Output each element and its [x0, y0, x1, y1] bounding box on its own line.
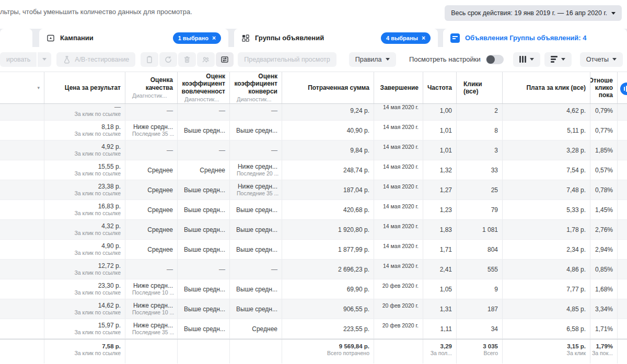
table-row[interactable]: 16,83 р. За клик по ссылке Среднее Выше … [0, 200, 627, 220]
header-name-column[interactable]: ▾ [0, 72, 44, 103]
quality-value: Среднее [147, 167, 173, 174]
campaigns-selected-count: 1 выбрано [178, 35, 208, 41]
table-row[interactable]: 4,90 р. За клик по ссылке Среднее Выше с… [0, 240, 627, 260]
breakdown-button[interactable] [544, 52, 572, 67]
quality-value: — [167, 147, 173, 154]
end-date-value: 20 фев 2020 г. [382, 302, 419, 309]
frequency-value: 1,32 [440, 167, 452, 174]
badge-close-icon[interactable]: × [212, 34, 216, 42]
quality-subtext: Последние 10 ... [132, 309, 174, 316]
tab-account-partial[interactable] [0, 29, 32, 47]
frequency-cell: 1,23 [423, 200, 457, 219]
preview-button[interactable]: Предварительный просмотр [238, 52, 336, 67]
conversion-value: Ниже средн... [238, 183, 277, 190]
tab-campaigns[interactable]: Кампании 1 выбрано × [39, 29, 228, 47]
spent-value: 69,90 р. [347, 286, 369, 293]
table-row[interactable]: 4,32 р. За клик по ссылке Среднее Выше с… [0, 220, 627, 240]
chevron-down-icon [386, 58, 390, 61]
export-button[interactable] [216, 52, 234, 67]
edit-dropdown-button[interactable] [38, 52, 51, 67]
header-frequency[interactable]: Частота [423, 72, 457, 103]
edit-button[interactable]: ировать [0, 52, 37, 67]
header-cost-per-result[interactable]: Цена за результат [44, 72, 125, 103]
table-row[interactable]: 15,97 р. За клик по ссылке Ниже средн...… [0, 319, 627, 339]
header-conversion-ranking[interactable]: Оценк коэффициент конверси Диагностик... [230, 72, 282, 103]
table-row[interactable]: 8,18 р. За клик по ссылке Ниже средн... … [0, 121, 627, 140]
trash-icon [183, 55, 191, 64]
ctr-value: 3,34% [595, 306, 613, 313]
row-name-cell [0, 319, 44, 338]
cost-value: 8,18 р. [101, 123, 121, 131]
tab-ads-active[interactable]: Объявления Группы объявлений: 4 [443, 29, 627, 47]
cost-per-result-cell: 4,92 р. За клик по ссылке [44, 140, 125, 160]
badge-close-icon[interactable]: × [422, 34, 425, 42]
engagement-value: — [219, 107, 225, 114]
ctr-cell: 1,71% [590, 319, 618, 338]
header-amount-spent[interactable]: Потраченная сумма [282, 72, 374, 103]
conversion-value: Выше средн... [236, 206, 277, 214]
sort-caret-icon[interactable]: ▾ [37, 85, 40, 91]
cpc-cell: 7,77 р. [503, 279, 590, 299]
view-settings-label: Посмотреть настройки [409, 55, 481, 63]
audience-button[interactable] [197, 52, 215, 67]
tab-adsets[interactable]: Группы объявлений 4 выбраны × [234, 29, 438, 47]
header-cpc-all[interactable]: Плата за клик (все) [503, 72, 590, 103]
table-row[interactable]: 4,92 р. За клик по ссылке — — — 9,84 р. … [0, 140, 627, 160]
cost-value: 12,72 р. [98, 262, 121, 269]
header-ctr[interactable]: Отноше клико пока [590, 72, 618, 103]
header-label: Плата за клик (все) [526, 84, 586, 91]
end-date-cell: 14 мая 2020 г. [374, 260, 423, 279]
ctr-value: 0,85% [595, 266, 613, 273]
header-quality-ranking[interactable]: Оценка качества Диагностик... [125, 72, 178, 103]
table-header: ▾ Цена за результат Оценка качества Диаг… [0, 72, 627, 104]
duplicate-button[interactable] [141, 52, 158, 67]
cpc-value: 6,58 р. [566, 325, 586, 333]
ctr-cell: 2,94% [590, 240, 618, 259]
table-row[interactable]: 23,30 р. За клик по ссылке Ниже средн...… [0, 279, 627, 299]
header-end-date[interactable]: Завершение [374, 72, 423, 103]
adsets-selected-badge[interactable]: 4 выбраны × [381, 32, 431, 44]
header-clicks-all[interactable]: Клики (все) [457, 72, 503, 103]
frequency-cell: 1,71 [423, 240, 457, 259]
clicks-cell: 187 [457, 299, 503, 319]
header-label: Частота [427, 84, 452, 91]
amount-spent-cell: 2 696,23 р. [282, 260, 374, 279]
delete-button[interactable] [178, 52, 196, 67]
rules-button[interactable]: Правила [349, 52, 396, 67]
engagement-value: Выше средн... [184, 127, 225, 134]
conversion-value: Выше средн... [236, 226, 277, 233]
cost-subtext: За клик по ссылке [75, 329, 121, 336]
clicks-value: 3 [494, 147, 498, 154]
engagement-ranking-cell: Выше средн... [178, 279, 230, 299]
cost-value: 14,62 р. [98, 302, 121, 309]
ctr-value: 1,85% [595, 147, 613, 154]
view-settings-toggle[interactable] [486, 55, 504, 64]
spent-value: 40,90 р. [347, 127, 369, 134]
date-range-button[interactable]: Весь срок действия: 19 янв 2019 г. — 16 … [445, 5, 622, 21]
table-row[interactable]: 15,55 р. За клик по ссылке Среднее Средн… [0, 160, 627, 180]
cost-value: 23,30 р. [98, 282, 121, 289]
conversion-value: Среднее [252, 325, 277, 333]
header-label: Цена за результат [65, 84, 121, 91]
cost-per-result-cell: 4,32 р. За клик по ссылке [44, 220, 125, 239]
table-row[interactable]: 12,72 р. За клик по ссылке — — — 2 696,2… [0, 260, 627, 279]
ctr-value: 0,79% [595, 107, 613, 114]
ab-test-button[interactable]: A/B-тестирование [56, 52, 135, 67]
table-row[interactable]: 14,62 р. За клик по ссылке Ниже средн...… [0, 299, 627, 319]
header-engagement-ranking[interactable]: Оценк коэффициент вовлеченност Диагности… [178, 72, 230, 103]
reports-button[interactable]: Отчеты [580, 52, 623, 67]
campaigns-selected-badge[interactable]: 1 выбрано × [173, 32, 221, 44]
frequency-value: 2,41 [440, 266, 452, 273]
engagement-value: Выше средн... [184, 286, 225, 293]
toolbar: ировать A/B-тестирование П [0, 47, 627, 72]
table-row[interactable]: 23,38 р. За клик по ссылке Среднее Выше … [0, 180, 627, 200]
conversion-ranking-cell: Выше средн... [230, 220, 282, 239]
quality-value: — [167, 266, 173, 273]
ctr-value: 0,78% [595, 186, 613, 194]
history-button[interactable] [159, 52, 177, 67]
cost-subtext: За клик по ссылке [75, 170, 121, 177]
breakdown-icon [551, 56, 558, 63]
chevron-down-icon [561, 58, 565, 61]
amount-spent-cell: 69,90 р. [282, 279, 374, 299]
columns-button[interactable] [513, 52, 540, 67]
